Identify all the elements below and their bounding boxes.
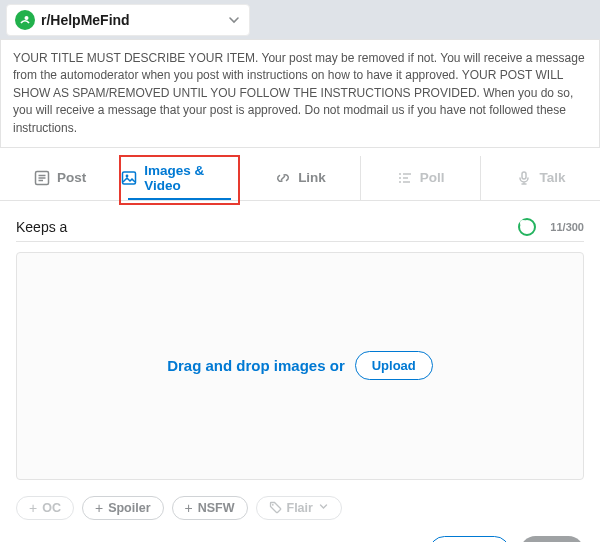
- chevron-down-icon: [227, 13, 241, 27]
- nsfw-tag-button[interactable]: + NSFW: [172, 496, 248, 520]
- plus-icon: +: [95, 501, 103, 515]
- spoiler-label: Spoiler: [108, 501, 150, 515]
- top-bar: r/HelpMeFind: [0, 0, 600, 40]
- divider: [16, 241, 584, 242]
- tab-post-label: Post: [57, 170, 86, 185]
- title-input[interactable]: [16, 213, 510, 241]
- post-button[interactable]: Post: [520, 536, 584, 542]
- tab-link-label: Link: [298, 170, 326, 185]
- post-type-tabs: Post Images & Video Link Poll Talk: [0, 156, 600, 201]
- grammarly-icon[interactable]: [518, 218, 536, 236]
- plus-icon: +: [185, 501, 193, 515]
- media-dropzone[interactable]: Drag and drop images or Upload: [16, 252, 584, 480]
- cancel-button[interactable]: Cancel: [429, 536, 510, 542]
- tab-images-video[interactable]: Images & Video: [120, 156, 240, 200]
- tags-row: + OC + Spoiler + NSFW Flair: [0, 480, 600, 536]
- image-icon: [120, 169, 138, 187]
- svg-point-15: [271, 504, 273, 506]
- tab-talk: Talk: [481, 156, 600, 200]
- svg-rect-6: [123, 172, 136, 184]
- community-selector[interactable]: r/HelpMeFind: [6, 4, 250, 36]
- oc-label: OC: [42, 501, 61, 515]
- tab-poll-label: Poll: [420, 170, 445, 185]
- char-counter: 11/300: [550, 221, 584, 233]
- drop-text: Drag and drop images or: [167, 357, 345, 374]
- oc-tag-button[interactable]: + OC: [16, 496, 74, 520]
- community-name: r/HelpMeFind: [41, 12, 130, 28]
- community-avatar-icon: [15, 10, 35, 30]
- nsfw-label: NSFW: [198, 501, 235, 515]
- poll-icon: [396, 169, 414, 187]
- svg-point-1: [25, 16, 29, 20]
- tab-images-label: Images & Video: [144, 163, 239, 193]
- flair-label: Flair: [287, 501, 313, 515]
- post-icon: [33, 169, 51, 187]
- plus-icon: +: [29, 501, 37, 515]
- link-icon: [274, 169, 292, 187]
- rules-notice: YOUR TITLE MUST DESCRIBE YOUR ITEM. Your…: [0, 40, 600, 148]
- spoiler-tag-button[interactable]: + Spoiler: [82, 496, 164, 520]
- mic-icon: [515, 169, 533, 187]
- tag-icon: [269, 501, 282, 514]
- tab-post[interactable]: Post: [0, 156, 120, 200]
- tab-poll: Poll: [361, 156, 481, 200]
- tab-link[interactable]: Link: [240, 156, 360, 200]
- footer-actions: Cancel Post: [0, 536, 600, 542]
- flair-tag-button[interactable]: Flair: [256, 496, 342, 520]
- upload-button[interactable]: Upload: [355, 351, 433, 380]
- svg-rect-14: [522, 172, 526, 179]
- chevron-down-icon: [318, 501, 329, 515]
- title-row: 11/300: [0, 207, 600, 241]
- tab-talk-label: Talk: [539, 170, 565, 185]
